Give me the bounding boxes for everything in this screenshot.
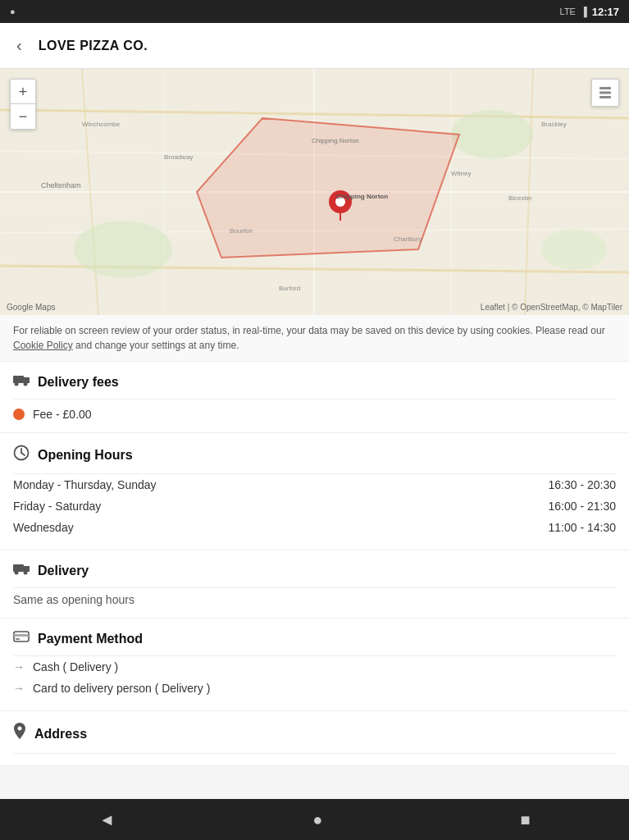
- cookie-notice-text: For reliable on screen review of your or…: [13, 325, 605, 336]
- nav-recents-button[interactable]: ■: [504, 804, 546, 836]
- payment-row-1: → Card to delivery person ( Delivery ): [13, 678, 616, 699]
- svg-point-14: [74, 221, 172, 278]
- delivery-fees-icon: [13, 373, 30, 390]
- hours-row-2: Wednesday 11:00 - 14:30: [13, 517, 616, 538]
- svg-text:Cheltenham: Cheltenham: [41, 181, 81, 189]
- opening-hours-section: Opening Hours Monday - Thursday, Sunday …: [0, 433, 629, 550]
- lte-icon: LTE: [560, 7, 576, 16]
- svg-point-16: [541, 229, 607, 270]
- hours-days-1: Friday - Saturday: [13, 500, 101, 513]
- svg-rect-35: [13, 376, 24, 383]
- delivery-fees-title: Delivery fees: [38, 375, 119, 390]
- nav-back-button[interactable]: ◄: [83, 804, 132, 836]
- fee-text: Fee - £0.00: [33, 408, 92, 421]
- hours-time-2: 11:00 - 14:30: [548, 521, 616, 534]
- payment-row-0: → Cash ( Delivery ): [13, 656, 616, 678]
- cookie-policy-link[interactable]: Cookie Policy: [13, 340, 73, 351]
- status-bar-left: ●: [10, 7, 16, 16]
- fee-row: Fee - £0.00: [13, 399, 616, 432]
- payment-method-0: Cash ( Delivery ): [33, 660, 118, 673]
- svg-text:Witney: Witney: [451, 170, 471, 177]
- svg-point-37: [15, 382, 19, 386]
- cookie-notice: For reliable on screen review of your or…: [0, 315, 629, 362]
- hours-days-2: Wednesday: [13, 521, 74, 534]
- hours-list: Monday - Thursday, Sunday 16:30 - 20:30 …: [13, 474, 616, 550]
- status-bar: ● LTE ▐ 12:17: [0, 0, 629, 23]
- clock: 12:17: [592, 6, 619, 18]
- map-container: Cheltenham Chipping Norton Chipping Nort…: [0, 69, 629, 315]
- payment-methods: → Cash ( Delivery ) → Card to delivery p…: [13, 656, 616, 710]
- clock-icon: [13, 445, 30, 465]
- hours-time-0: 16:30 - 20:30: [548, 478, 616, 491]
- payment-icon: [13, 630, 30, 647]
- hours-row-1: Friday - Saturday 16:00 - 21:30: [13, 495, 616, 517]
- address-header: Address: [13, 711, 616, 753]
- top-nav: ‹ LOVE PIZZA CO.: [0, 23, 629, 69]
- map-attribution-right: Leaflet | © OpenStreetMap, © MapTiler: [481, 303, 622, 312]
- nav-home-button[interactable]: ●: [296, 804, 339, 836]
- svg-text:Broadway: Broadway: [164, 153, 194, 161]
- delivery-fees-header: Delivery fees: [13, 362, 616, 399]
- layers-icon: [598, 85, 613, 100]
- payment-header: Payment Method: [13, 619, 616, 655]
- signal-icon: ●: [10, 7, 16, 16]
- svg-rect-42: [13, 564, 24, 572]
- hours-days-0: Monday - Thursday, Sunday: [13, 478, 157, 491]
- payment-title: Payment Method: [38, 632, 143, 646]
- payment-section: Payment Method → Cash ( Delivery ) → Car…: [0, 619, 629, 711]
- delivery-icon: [13, 562, 30, 579]
- zoom-out-button[interactable]: −: [11, 104, 35, 129]
- delivery-fees-section: Delivery fees Fee - £0.00: [0, 362, 629, 433]
- svg-point-45: [24, 571, 28, 575]
- delivery-header: Delivery: [13, 550, 616, 587]
- battery-icon: ▐: [581, 7, 587, 16]
- delivery-text: Same as opening hours: [13, 588, 616, 618]
- svg-line-41: [21, 453, 25, 455]
- svg-rect-48: [16, 638, 20, 640]
- map-layers-button[interactable]: [591, 79, 619, 107]
- svg-rect-34: [599, 96, 611, 98]
- opening-hours-title: Opening Hours: [38, 448, 133, 463]
- svg-point-44: [15, 571, 19, 575]
- location-icon: [13, 723, 26, 745]
- map-attribution-left: Google Maps: [7, 303, 55, 312]
- address-title: Address: [34, 727, 87, 742]
- delivery-title: Delivery: [38, 564, 89, 578]
- svg-text:Winchcombe: Winchcombe: [82, 121, 121, 128]
- opening-hours-header: Opening Hours: [13, 433, 616, 473]
- svg-text:Chipping Norton: Chipping Norton: [312, 137, 359, 144]
- svg-text:Brackley: Brackley: [541, 121, 567, 128]
- svg-point-15: [451, 110, 533, 159]
- hours-time-1: 16:00 - 21:30: [548, 500, 616, 513]
- main-content: Delivery fees Fee - £0.00 Opening Hours …: [0, 362, 629, 766]
- svg-text:Bourton: Bourton: [230, 227, 253, 235]
- cookie-notice-after: and change your settings at any time.: [75, 340, 239, 351]
- hours-row-0: Monday - Thursday, Sunday 16:30 - 20:30: [13, 474, 616, 495]
- bottom-nav: ◄ ● ■: [0, 799, 629, 840]
- svg-rect-33: [599, 92, 611, 94]
- delivery-section: Delivery Same as opening hours: [0, 550, 629, 619]
- address-divider: [13, 753, 616, 754]
- fee-dot: [13, 409, 25, 420]
- cash-arrow-icon: →: [13, 660, 25, 673]
- svg-text:Charlbury: Charlbury: [394, 235, 422, 243]
- svg-rect-47: [14, 634, 29, 637]
- card-arrow-icon: →: [13, 682, 25, 695]
- payment-method-1: Card to delivery person ( Delivery ): [33, 682, 210, 695]
- page-title: LOVE PIZZA CO.: [39, 39, 148, 53]
- status-bar-right: LTE ▐ 12:17: [560, 6, 619, 18]
- map-controls: + −: [10, 79, 36, 130]
- svg-rect-32: [599, 87, 611, 89]
- svg-text:Chipping Norton: Chipping Norton: [336, 193, 388, 200]
- address-section: Address: [0, 711, 629, 766]
- back-button[interactable]: ‹: [13, 33, 25, 58]
- map-svg: Cheltenham Chipping Norton Chipping Nort…: [0, 69, 629, 315]
- svg-point-38: [24, 382, 28, 386]
- svg-text:Burford: Burford: [279, 285, 300, 292]
- svg-text:Bicester: Bicester: [508, 194, 532, 202]
- zoom-in-button[interactable]: +: [11, 80, 35, 104]
